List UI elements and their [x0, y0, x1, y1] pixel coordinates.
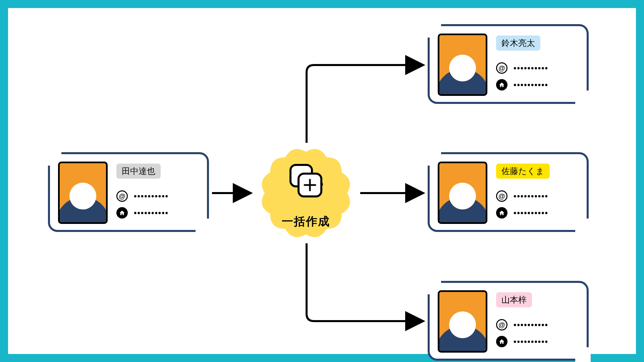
name-tag: 山本梓 — [496, 292, 532, 307]
at-icon: @ — [116, 190, 128, 202]
name-tag: 佐藤たくま — [496, 164, 550, 179]
home-placeholder: •••••••••• — [514, 81, 548, 89]
email-placeholder: •••••••••• — [514, 64, 548, 72]
email-row: @ •••••••••• — [496, 190, 548, 202]
email-placeholder: •••••••••• — [514, 321, 548, 329]
email-placeholder: •••••••••• — [134, 192, 169, 200]
portrait-icon — [58, 162, 108, 224]
email-placeholder: •••••••••• — [514, 192, 548, 200]
address-row: •••••••••• — [496, 207, 548, 219]
output-card: 鈴木亮太 @ •••••••••• •••••••••• — [428, 24, 589, 104]
badge-label: 一括作成 — [254, 214, 358, 229]
email-row: @ •••••••••• — [496, 319, 548, 330]
at-icon: @ — [496, 319, 507, 330]
portrait-icon — [438, 34, 487, 96]
at-icon: @ — [496, 62, 507, 74]
name-tag: 田中達也 — [116, 164, 161, 179]
output-card: 山本梓 @ •••••••••• •••••••••• — [428, 281, 589, 361]
output-card: 佐藤たくま @ •••••••••• •••••••••• — [428, 152, 589, 232]
portrait-icon — [438, 290, 487, 353]
home-icon — [496, 336, 507, 347]
duplicate-plus-icon — [286, 162, 326, 204]
home-icon — [496, 79, 507, 90]
diagram-frame: 田中達也 @ •••••••••• •••••••••• 鈴木亮太 @ ••••… — [0, 0, 644, 362]
address-row: •••••••••• — [116, 207, 169, 219]
name-tag: 鈴木亮太 — [496, 36, 540, 51]
address-row: •••••••••• — [496, 79, 548, 90]
bulk-create-badge: 一括作成 — [254, 141, 358, 245]
home-icon — [496, 207, 507, 219]
at-icon: @ — [496, 190, 507, 202]
portrait-icon — [438, 162, 487, 224]
home-placeholder: •••••••••• — [514, 209, 548, 217]
home-placeholder: •••••••••• — [514, 338, 548, 346]
source-card: 田中達也 @ •••••••••• •••••••••• — [48, 152, 209, 232]
home-placeholder: •••••••••• — [134, 209, 169, 217]
address-row: •••••••••• — [496, 336, 548, 347]
home-icon — [116, 207, 128, 219]
email-row: @ •••••••••• — [116, 190, 169, 202]
email-row: @ •••••••••• — [496, 62, 548, 74]
